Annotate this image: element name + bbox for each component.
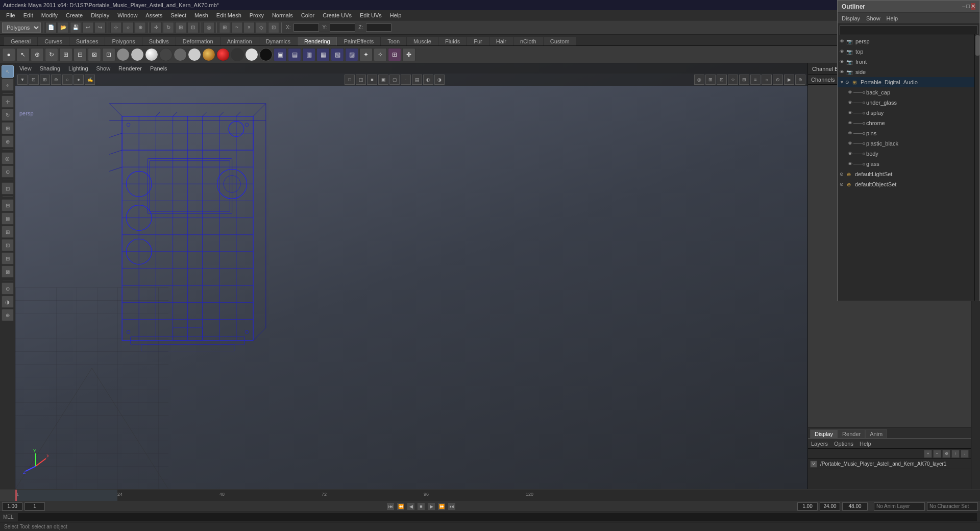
vp-ao[interactable]: ◑ [434,75,445,85]
shelf-tab-general[interactable]: General [4,37,37,45]
outliner-item-chrome[interactable]: 👁 ——o chrome [838,118,979,128]
scale-tool-button[interactable]: ⊞ [175,22,186,33]
select-tool-button[interactable]: ⊹ [110,22,121,33]
shelf-icon-render5[interactable]: ▧ [331,48,344,61]
transform-tool-button[interactable]: ⊡ [187,22,199,33]
vp-render[interactable]: ▶ [784,75,794,85]
snap-grid-button[interactable]: ⊞ [219,22,230,33]
shelf-icon-uv[interactable]: ✤ [402,48,415,61]
poly-cut-tool[interactable]: ⊞ [2,226,14,238]
outliner-item-side[interactable]: 👁 📷 side [838,67,979,77]
vp-smooth-wire[interactable]: ◫ [356,75,366,85]
outliner-item-body[interactable]: 👁 ——o body [838,149,979,159]
lasso-tool[interactable]: ⟐ [2,79,14,91]
transport-end-frame[interactable] [842,502,868,511]
shelf-tab-fluids[interactable]: Fluids [438,37,467,45]
transport-step-fwd[interactable]: ⏩ [437,502,446,511]
poly-insert-edge[interactable]: ⊡ [2,239,14,251]
vp-frame-all[interactable]: ⊞ [705,75,716,85]
vp-menu-show[interactable]: Show [96,65,111,71]
shelf-tab-deformation[interactable]: Deformation [176,37,220,45]
vp-menu-view[interactable]: View [19,65,32,71]
layer-options-btn[interactable]: ⚙ [942,450,950,458]
rotate-tool[interactable]: ↻ [2,109,14,121]
shelf-icon-red-sphere[interactable] [216,48,230,61]
shelf-tab-polygons[interactable]: Polygons [105,37,141,45]
transport-start-frame[interactable] [2,502,22,511]
undo-button[interactable]: ↩ [82,22,93,33]
vp-hierarchy[interactable]: ⊕ [51,75,61,85]
vp-points[interactable]: · [401,75,411,85]
poly-extrude-tool[interactable]: ⊟ [2,199,14,211]
vp-menu-shading[interactable]: Shading [40,65,60,71]
vp-flat[interactable]: ▣ [378,75,388,85]
shelf-icon-scale[interactable]: ⊞ [59,48,72,61]
redo-button[interactable]: ↪ [94,22,106,33]
shelf-tab-toon[interactable]: Toon [381,37,406,45]
shelf-icon-hypershade[interactable]: ⊞ [388,48,401,61]
delete-layer-btn[interactable]: − [933,450,941,458]
paint-weights-tool[interactable]: ⊙ [2,282,14,295]
fluids-tool[interactable]: ◑ [2,296,14,308]
transport-play-back[interactable]: ◀ [407,502,415,511]
menu-create[interactable]: Create [62,11,87,19]
timeline-ruler[interactable]: 1 24 48 72 96 120 [15,490,806,501]
shelf-icon-gradient-sphere[interactable] [202,48,215,61]
shelf-icon-transform[interactable]: ⊕ [31,48,44,61]
menu-mesh[interactable]: Mesh [190,11,212,19]
hair-tool[interactable]: ⊕ [2,309,14,321]
save-button[interactable]: 💾 [70,22,81,33]
transport-jump-start[interactable]: ⏮ [386,502,395,511]
menu-window[interactable]: Window [113,11,141,19]
vp-paint[interactable]: ✍ [85,75,95,85]
shelf-icon-render4[interactable]: ▦ [316,48,330,61]
shelf-icon-med-sphere[interactable] [174,48,187,61]
outliner-item-front[interactable]: 👁 📷 front [838,63,979,67]
vp-lights[interactable]: ☼ [762,75,772,85]
outliner-item-default-light-set[interactable]: ⊙ ⊕ defaultLightSet [838,169,979,179]
menu-file[interactable]: File [2,11,19,19]
shelf-icon-rotate[interactable]: ↻ [45,48,58,61]
y-input[interactable] [330,23,355,32]
outliner-scrollbar[interactable] [974,63,979,301]
poly-bridge-tool[interactable]: ⊠ [2,212,14,225]
shelf-tab-ncloth[interactable]: nCloth [513,37,543,45]
shelf-icon-charcoal-sphere[interactable] [231,48,244,61]
shelf-tab-dynamics[interactable]: Dynamics [259,37,297,45]
vp-grid[interactable]: ⊞ [739,75,749,85]
shelf-icon-render2[interactable]: ▤ [288,48,301,61]
ch-menu-channels[interactable]: Channels [811,77,835,83]
vp-menu-renderer[interactable]: Renderer [118,65,142,71]
transport-current-frame[interactable] [24,502,45,511]
shelf-tab-curves[interactable]: Curves [38,37,69,45]
shelf-icon-shiny-sphere[interactable] [145,48,158,61]
new-scene-button[interactable]: 📄 [45,22,57,33]
select-tool[interactable]: ↖ [2,65,14,78]
vp-component[interactable]: ● [74,75,84,85]
rotate-tool-button[interactable]: ↻ [163,22,174,33]
menu-color[interactable]: Color [297,11,318,19]
x-input[interactable] [293,23,319,32]
lasso-select-button[interactable]: ⟐ [122,22,134,33]
poly-split-tool[interactable]: ⊟ [2,252,14,264]
menu-modify[interactable]: Modify [37,11,62,19]
layers-menu-layers[interactable]: Layers [811,441,828,447]
outliner-item-display[interactable]: 👁 ——o display [838,108,979,118]
shelf-tab-hair[interactable]: Hair [489,37,513,45]
shelf-icon-gray-sphere[interactable] [116,48,130,61]
shelf-tab-fur[interactable]: Fur [467,37,489,45]
vp-wireframe[interactable]: □ [345,75,355,85]
channel-tab-display[interactable]: Display [810,429,838,438]
shelf-tab-custom[interactable]: Custom [544,37,576,45]
outliner-item-portable-digital-audio[interactable]: ▼ ⊙ ⊞ Portable_Digital_Audio [838,77,979,87]
universal-manip-tool[interactable]: ⊕ [2,135,14,148]
vp-select-type[interactable]: ⊞ [40,75,50,85]
shelf-tab-subdivs[interactable]: Subdivs [142,37,176,45]
shelf-tab-surfaces[interactable]: Surfaces [69,37,105,45]
vp-shadows[interactable]: ◐ [423,75,433,85]
transport-step-back[interactable]: ⏪ [397,502,405,511]
outliner-item-under-glass[interactable]: 👁 ——o under_glass [838,98,979,108]
outliner-item-pins[interactable]: 👁 ——o pins [838,128,979,138]
menu-create-uvs[interactable]: Create UVs [318,11,356,19]
outliner-item-plastic-black[interactable]: 👁 ——o plastic_black [838,138,979,149]
